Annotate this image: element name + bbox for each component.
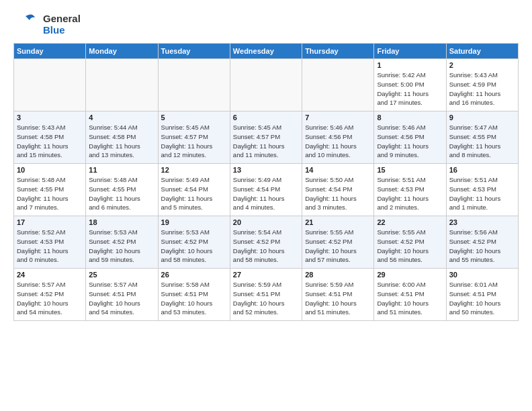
calendar-table: SundayMondayTuesdayWednesdayThursdayFrid… [13, 43, 519, 321]
day-number: 8 [377, 113, 443, 122]
day-info: Sunrise: 5:47 AMSunset: 4:55 PMDaylight:… [449, 123, 515, 160]
day-info: Sunrise: 5:56 AMSunset: 4:52 PMDaylight:… [449, 228, 515, 265]
day-info: Sunrise: 5:46 AMSunset: 4:56 PMDaylight:… [305, 123, 371, 160]
logo: GeneralBlue [13, 11, 81, 38]
day-number: 17 [17, 218, 83, 226]
calendar-cell: 17Sunrise: 5:52 AMSunset: 4:53 PMDayligh… [14, 216, 86, 269]
calendar-cell: 13Sunrise: 5:49 AMSunset: 4:54 PMDayligh… [230, 164, 302, 216]
day-number: 25 [89, 271, 154, 279]
day-number: 20 [233, 218, 299, 226]
day-number: 5 [161, 113, 227, 122]
calendar-cell: 27Sunrise: 5:59 AMSunset: 4:51 PMDayligh… [230, 269, 302, 321]
day-number: 19 [161, 218, 227, 226]
day-number: 12 [161, 166, 227, 174]
calendar-row-4: 24Sunrise: 5:57 AMSunset: 4:52 PMDayligh… [14, 269, 519, 321]
day-info: Sunrise: 5:51 AMSunset: 4:53 PMDaylight:… [449, 175, 515, 212]
calendar-cell: 18Sunrise: 5:53 AMSunset: 4:52 PMDayligh… [86, 216, 158, 269]
calendar-cell: 14Sunrise: 5:50 AMSunset: 4:54 PMDayligh… [302, 164, 374, 216]
day-info: Sunrise: 5:50 AMSunset: 4:54 PMDaylight:… [305, 175, 371, 212]
weekday-header-wednesday: Wednesday [230, 44, 302, 59]
calendar-cell [158, 59, 230, 111]
day-info: Sunrise: 5:54 AMSunset: 4:52 PMDaylight:… [233, 228, 299, 265]
day-number: 9 [449, 113, 515, 122]
calendar-cell [230, 59, 302, 111]
calendar-cell: 11Sunrise: 5:48 AMSunset: 4:55 PMDayligh… [86, 164, 158, 216]
page: GeneralBlue SundayMondayTuesdayWednesday… [0, 0, 532, 328]
weekday-header-sunday: Sunday [14, 44, 86, 59]
calendar-cell [302, 59, 374, 111]
day-number: 22 [377, 218, 443, 226]
day-info: Sunrise: 5:48 AMSunset: 4:55 PMDaylight:… [17, 175, 83, 212]
calendar-cell: 23Sunrise: 5:56 AMSunset: 4:52 PMDayligh… [446, 216, 518, 269]
day-info: Sunrise: 6:01 AMSunset: 4:51 PMDaylight:… [449, 280, 515, 317]
calendar-cell: 8Sunrise: 5:46 AMSunset: 4:56 PMDaylight… [374, 111, 446, 164]
day-info: Sunrise: 5:46 AMSunset: 4:56 PMDaylight:… [377, 123, 443, 160]
calendar-cell: 16Sunrise: 5:51 AMSunset: 4:53 PMDayligh… [446, 164, 518, 216]
day-number: 24 [17, 271, 83, 279]
day-info: Sunrise: 5:52 AMSunset: 4:53 PMDaylight:… [17, 228, 83, 265]
day-info: Sunrise: 5:57 AMSunset: 4:51 PMDaylight:… [89, 280, 154, 317]
calendar-row-0: 1Sunrise: 5:42 AMSunset: 5:00 PMDaylight… [14, 59, 519, 111]
day-info: Sunrise: 5:57 AMSunset: 4:52 PMDaylight:… [17, 280, 83, 317]
calendar-cell: 3Sunrise: 5:43 AMSunset: 4:58 PMDaylight… [14, 111, 86, 164]
calendar-cell: 26Sunrise: 5:58 AMSunset: 4:51 PMDayligh… [158, 269, 230, 321]
calendar-cell: 15Sunrise: 5:51 AMSunset: 4:53 PMDayligh… [374, 164, 446, 216]
calendar-cell: 4Sunrise: 5:44 AMSunset: 4:58 PMDaylight… [86, 111, 158, 164]
calendar-cell: 2Sunrise: 5:43 AMSunset: 4:59 PMDaylight… [446, 59, 518, 111]
day-info: Sunrise: 5:53 AMSunset: 4:52 PMDaylight:… [161, 228, 227, 265]
day-number: 7 [305, 113, 371, 122]
weekday-header-row: SundayMondayTuesdayWednesdayThursdayFrid… [14, 44, 519, 59]
day-number: 28 [305, 271, 371, 279]
day-number: 21 [305, 218, 371, 226]
calendar-row-2: 10Sunrise: 5:48 AMSunset: 4:55 PMDayligh… [14, 164, 519, 216]
day-number: 13 [233, 166, 299, 174]
header: GeneralBlue [13, 11, 519, 38]
logo-container: GeneralBlue [13, 11, 81, 38]
calendar-cell: 19Sunrise: 5:53 AMSunset: 4:52 PMDayligh… [158, 216, 230, 269]
weekday-header-monday: Monday [86, 44, 158, 59]
day-info: Sunrise: 5:55 AMSunset: 4:52 PMDaylight:… [305, 228, 371, 265]
day-number: 2 [449, 61, 515, 69]
day-info: Sunrise: 5:45 AMSunset: 4:57 PMDaylight:… [161, 123, 227, 160]
weekday-header-saturday: Saturday [446, 44, 518, 59]
calendar-cell [86, 59, 158, 111]
calendar-row-1: 3Sunrise: 5:43 AMSunset: 4:58 PMDaylight… [14, 111, 519, 164]
calendar-cell: 28Sunrise: 5:59 AMSunset: 4:51 PMDayligh… [302, 269, 374, 321]
logo-general: General [43, 13, 81, 24]
day-number: 1 [377, 61, 443, 69]
day-number: 27 [233, 271, 299, 279]
day-info: Sunrise: 5:51 AMSunset: 4:53 PMDaylight:… [377, 175, 443, 212]
calendar-cell: 6Sunrise: 5:45 AMSunset: 4:57 PMDaylight… [230, 111, 302, 164]
day-number: 29 [377, 271, 443, 279]
day-number: 23 [449, 218, 515, 226]
calendar-cell: 1Sunrise: 5:42 AMSunset: 5:00 PMDaylight… [374, 59, 446, 111]
day-number: 18 [89, 218, 154, 226]
day-info: Sunrise: 5:49 AMSunset: 4:54 PMDaylight:… [161, 175, 227, 212]
day-info: Sunrise: 5:43 AMSunset: 4:58 PMDaylight:… [17, 123, 83, 160]
day-info: Sunrise: 5:44 AMSunset: 4:58 PMDaylight:… [89, 123, 154, 160]
day-number: 4 [89, 113, 154, 122]
day-number: 15 [377, 166, 443, 174]
calendar-cell: 29Sunrise: 6:00 AMSunset: 4:51 PMDayligh… [374, 269, 446, 321]
day-info: Sunrise: 5:59 AMSunset: 4:51 PMDaylight:… [305, 280, 371, 317]
calendar-cell: 21Sunrise: 5:55 AMSunset: 4:52 PMDayligh… [302, 216, 374, 269]
weekday-header-friday: Friday [374, 44, 446, 59]
day-info: Sunrise: 5:45 AMSunset: 4:57 PMDaylight:… [233, 123, 299, 160]
calendar-row-3: 17Sunrise: 5:52 AMSunset: 4:53 PMDayligh… [14, 216, 519, 269]
weekday-header-thursday: Thursday [302, 44, 374, 59]
calendar-cell [14, 59, 86, 111]
day-info: Sunrise: 5:49 AMSunset: 4:54 PMDaylight:… [233, 175, 299, 212]
calendar-cell: 5Sunrise: 5:45 AMSunset: 4:57 PMDaylight… [158, 111, 230, 164]
day-number: 26 [161, 271, 227, 279]
calendar-cell: 30Sunrise: 6:01 AMSunset: 4:51 PMDayligh… [446, 269, 518, 321]
day-number: 11 [89, 166, 154, 174]
calendar-cell: 20Sunrise: 5:54 AMSunset: 4:52 PMDayligh… [230, 216, 302, 269]
day-info: Sunrise: 5:42 AMSunset: 5:00 PMDaylight:… [377, 71, 443, 107]
weekday-header-tuesday: Tuesday [158, 44, 230, 59]
calendar-cell: 24Sunrise: 5:57 AMSunset: 4:52 PMDayligh… [14, 269, 86, 321]
day-number: 16 [449, 166, 515, 174]
logo-blue: Blue [43, 24, 81, 36]
day-info: Sunrise: 5:58 AMSunset: 4:51 PMDaylight:… [161, 280, 227, 317]
day-number: 14 [305, 166, 371, 174]
day-number: 6 [233, 113, 299, 122]
